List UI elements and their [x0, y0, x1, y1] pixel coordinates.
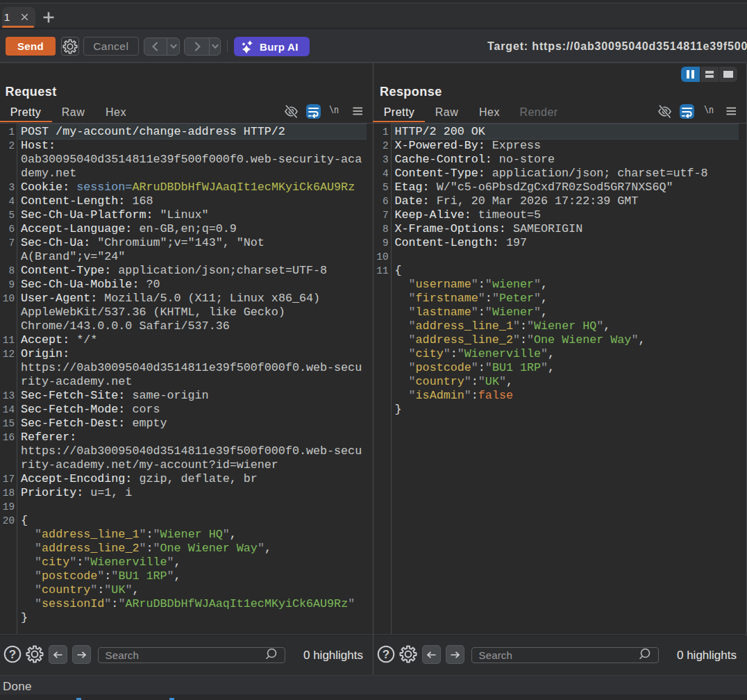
svg-text:?: ? [8, 647, 15, 660]
svg-text:?: ? [382, 647, 389, 660]
